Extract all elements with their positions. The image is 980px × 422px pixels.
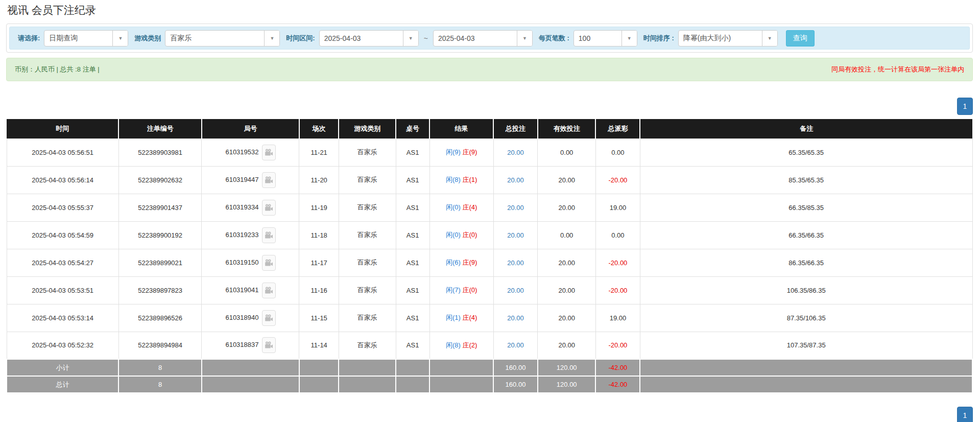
video-camera-icon: [265, 231, 273, 240]
page-size-select[interactable]: 100 ▼: [573, 30, 637, 46]
cell-table-no: AS1: [396, 276, 429, 304]
total-bet-link[interactable]: 20.00: [507, 149, 524, 156]
total-bet-link[interactable]: 20.00: [507, 231, 524, 239]
cell-total-bet: 20.00: [493, 194, 538, 221]
cell-result: 闲(1) 庄(4): [429, 304, 493, 332]
page: 视讯 会员下注纪录 请选择: 日期查询 ▼ 游戏类别 百家乐 ▼ 时间区间: 2…: [0, 0, 980, 422]
cell-result: 闲(8) 庄(2): [429, 332, 493, 359]
total-bet-link[interactable]: 20.00: [507, 314, 524, 322]
cell-payout: 19.00: [595, 194, 640, 221]
cell-session: 11-16: [299, 276, 339, 304]
cell-round-id: 610319150: [202, 249, 299, 276]
total-bet-link[interactable]: 20.00: [507, 287, 524, 294]
cell-payout: 0.00: [595, 221, 640, 249]
cell-valid-bet: 20.00: [538, 194, 595, 221]
cell-valid-bet: 0.00: [538, 221, 595, 249]
cell-result: 闲(0) 庄(4): [429, 194, 493, 221]
banker-result: 庄(4): [462, 314, 477, 321]
total-bet-link[interactable]: 20.00: [507, 176, 524, 184]
page-size-label: 每页笔数 :: [539, 34, 569, 43]
cell-result: 闲(7) 庄(0): [429, 276, 493, 304]
chevron-down-icon: ▼: [762, 31, 777, 46]
summary-count: 8: [118, 376, 202, 393]
total-bet-link[interactable]: 20.00: [507, 204, 524, 212]
table-row: 2025-04-03 05:53:51 522389897823 6103190…: [7, 276, 972, 304]
query-type-value: 日期查询: [44, 31, 112, 46]
chevron-down-icon: ▼: [264, 31, 279, 46]
player-result: 闲(0): [446, 203, 461, 211]
page-size-value: 100: [574, 31, 622, 46]
player-result: 闲(8): [446, 341, 461, 349]
cell-total-bet: 20.00: [493, 276, 538, 304]
cell-session: 11-17: [299, 249, 339, 276]
header-result: 结果: [429, 119, 493, 138]
search-button[interactable]: 查询: [786, 30, 815, 46]
cell-game-category: 百家乐: [339, 304, 396, 332]
cell-bet-id: 522389896526: [118, 304, 202, 332]
summary-row: 总计 8 160.00 120.00 -42.00: [7, 376, 972, 393]
summary-label: 总计: [7, 376, 118, 393]
date-from-picker[interactable]: 2025-04-03 ▼: [319, 30, 419, 46]
cell-session: 11-15: [299, 304, 339, 332]
page-title: 视讯 会员下注纪录: [6, 2, 973, 17]
date-to-picker[interactable]: 2025-04-03 ▼: [433, 30, 533, 46]
page-1-button[interactable]: 1: [957, 98, 973, 115]
table-row: 2025-04-03 05:56:51 522389903981 6103195…: [7, 138, 972, 166]
round-id-value: 610319041: [225, 286, 258, 293]
cell-time: 2025-04-03 05:53:14: [7, 304, 118, 332]
summary-remark: [640, 359, 972, 376]
time-sort-select[interactable]: 降幂(由大到小) ▼: [678, 30, 778, 46]
cell-round-id: 610318837: [202, 332, 299, 359]
header-table-no: 桌号: [396, 119, 429, 138]
player-result: 闲(0): [446, 231, 461, 239]
video-replay-button[interactable]: [262, 172, 276, 188]
page-1-button[interactable]: 1: [957, 407, 973, 422]
total-bet-link[interactable]: 20.00: [507, 259, 524, 267]
cell-table-no: AS1: [396, 166, 429, 194]
cell-table-no: AS1: [396, 221, 429, 249]
cell-bet-id: 522389903981: [118, 138, 202, 166]
cell-session: 11-20: [299, 166, 339, 194]
round-id-value: 610319233: [225, 230, 258, 238]
cell-valid-bet: 20.00: [538, 304, 595, 332]
cell-game-category: 百家乐: [339, 194, 396, 221]
chevron-down-icon: ▼: [517, 31, 532, 46]
cell-table-no: AS1: [396, 249, 429, 276]
video-replay-button[interactable]: [262, 310, 276, 326]
game-category-select[interactable]: 百家乐 ▼: [165, 30, 280, 46]
player-result: 闲(1): [446, 314, 461, 321]
video-camera-icon: [265, 314, 273, 322]
time-sort-label: 时间排序 :: [643, 34, 674, 43]
video-replay-button[interactable]: [262, 255, 276, 271]
cell-bet-id: 522389902632: [118, 166, 202, 194]
cell-round-id: 610319447: [202, 166, 299, 194]
cell-valid-bet: 20.00: [538, 276, 595, 304]
cell-payout: -20.00: [595, 276, 640, 304]
time-range-label: 时间区间:: [286, 34, 315, 43]
header-valid-bet: 有效投注: [538, 119, 595, 138]
round-id-value: 610319532: [225, 148, 258, 155]
game-category-value: 百家乐: [165, 31, 264, 46]
cell-result: 闲(0) 庄(0): [429, 221, 493, 249]
banker-result: 庄(9): [462, 259, 477, 266]
table-row: 2025-04-03 05:55:37 522389901437 6103193…: [7, 194, 972, 221]
cell-time: 2025-04-03 05:56:51: [7, 138, 118, 166]
banker-result: 庄(1): [462, 176, 477, 183]
table-row: 2025-04-03 05:52:32 522389894984 6103188…: [7, 332, 972, 359]
cell-remark: 66.35/85.35: [640, 194, 972, 221]
query-type-select[interactable]: 日期查询 ▼: [44, 30, 128, 46]
cell-time: 2025-04-03 05:52:32: [7, 332, 118, 359]
video-replay-button[interactable]: [262, 283, 276, 298]
summary-total-bet: 160.00: [493, 359, 538, 376]
pagination-top: 1: [6, 98, 973, 115]
cell-payout: 0.00: [595, 138, 640, 166]
video-replay-button[interactable]: [262, 337, 276, 353]
total-bet-link[interactable]: 20.00: [507, 341, 524, 349]
cell-payout: 19.00: [595, 304, 640, 332]
cell-table-no: AS1: [396, 138, 429, 166]
cell-bet-id: 522389899021: [118, 249, 202, 276]
table-foot: 小计 8 160.00 120.00 -42.00 总计 8 160.00 12…: [7, 359, 972, 393]
video-replay-button[interactable]: [262, 145, 276, 160]
video-replay-button[interactable]: [262, 200, 276, 216]
video-replay-button[interactable]: [262, 227, 276, 243]
